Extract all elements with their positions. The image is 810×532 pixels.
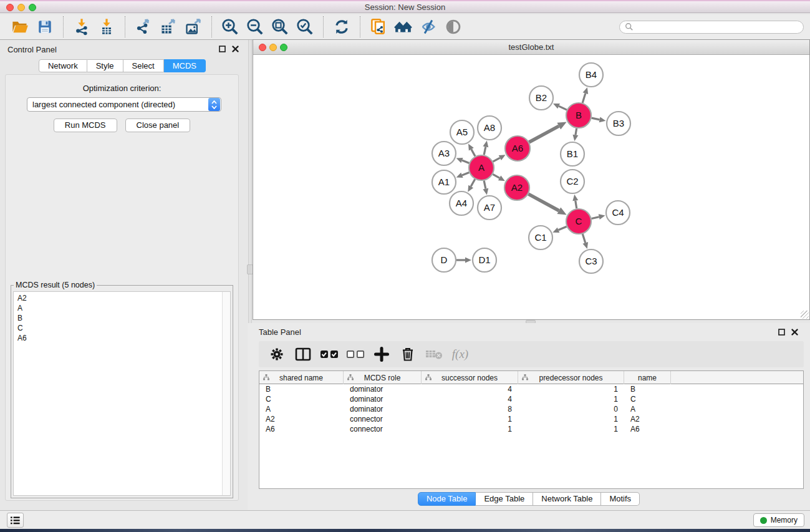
graph-edge-C-C1[interactable] (559, 226, 567, 230)
graph-node-C4[interactable]: C4 (606, 201, 630, 225)
table-cell[interactable]: dominator (344, 394, 422, 404)
graph-node-A6[interactable]: A6 (505, 136, 530, 161)
table-cell[interactable]: A2 (259, 414, 344, 424)
criterion-select[interactable]: largest connected component (directed) (27, 97, 221, 112)
graph-node-A2[interactable]: A2 (504, 175, 529, 200)
import-network-icon[interactable] (72, 17, 91, 37)
fit-content-icon[interactable] (271, 17, 289, 37)
tab-node-table[interactable]: Node Table (418, 492, 476, 506)
graph-edge-A-A1[interactable] (462, 173, 469, 175)
toggle-panel-layout-icon[interactable] (290, 343, 316, 365)
tab-mcds[interactable]: MCDS (164, 59, 206, 72)
table-cell[interactable]: B (259, 384, 344, 394)
graph-node-A8[interactable]: A8 (478, 116, 501, 140)
mcds-result-item[interactable]: A2 (17, 293, 222, 303)
graph-edge-A-A2[interactable] (493, 174, 499, 178)
graph-edge-A-A8[interactable] (484, 147, 486, 155)
column-header-shared-name[interactable]: shared name (259, 371, 344, 384)
table-cell[interactable]: A2 (624, 414, 671, 424)
close-panel-icon[interactable] (231, 45, 239, 53)
mcds-result-item[interactable]: A6 (17, 333, 222, 343)
mcds-result-item[interactable]: C (17, 323, 222, 333)
table-cell[interactable]: dominator (344, 404, 422, 414)
graph-edge-B-B1[interactable] (576, 128, 577, 135)
table-cell[interactable]: 1 (518, 424, 624, 434)
delete-columns-icon[interactable] (395, 343, 421, 365)
table-cell[interactable]: B (624, 384, 671, 394)
table-cell[interactable]: 1 (422, 424, 518, 434)
network-window-titlebar[interactable]: testGlobe.txt (253, 40, 809, 55)
first-neighbors-icon[interactable] (394, 17, 413, 37)
zoom-selected-icon[interactable] (296, 17, 314, 37)
tab-network-table[interactable]: Network Table (533, 492, 601, 506)
zoom-out-icon[interactable] (246, 17, 264, 37)
column-header-name[interactable]: name (624, 371, 671, 384)
import-table-icon[interactable] (97, 17, 116, 37)
unselect-all-columns-icon[interactable] (342, 343, 369, 365)
column-header-predecessor-nodes[interactable]: predecessor nodes (518, 371, 624, 384)
mcds-result-item[interactable]: B (17, 313, 222, 323)
table-cell[interactable]: 4 (422, 384, 518, 394)
delete-table-icon[interactable] (421, 343, 447, 365)
table-row[interactable]: Adominator80A (259, 404, 803, 414)
search-input[interactable] (637, 22, 798, 32)
graph-edge-A6-B[interactable] (529, 126, 559, 142)
save-session-icon[interactable] (36, 17, 54, 37)
show-graphics-details-icon[interactable] (444, 17, 463, 37)
tab-edge-table[interactable]: Edge Table (476, 492, 533, 506)
memory-button[interactable]: Memory (753, 513, 804, 527)
table-row[interactable]: A6connector11A6 (259, 424, 803, 434)
run-mcds-button[interactable]: Run MCDS (54, 118, 117, 132)
create-new-column-icon[interactable] (369, 343, 395, 365)
tab-select[interactable]: Select (123, 59, 164, 72)
open-session-icon[interactable] (11, 17, 29, 37)
tab-network[interactable]: Network (39, 59, 87, 72)
table-cell[interactable]: 0 (518, 404, 624, 414)
graph-node-B[interactable]: B (566, 103, 591, 128)
graph-node-A[interactable]: A (469, 155, 494, 180)
table-cell[interactable]: C (624, 394, 671, 404)
graph-node-B4[interactable]: B4 (579, 63, 603, 87)
graph-node-C1[interactable]: C1 (529, 226, 552, 249)
graph-edge-A-A6[interactable] (493, 158, 500, 162)
table-row[interactable]: Bdominator41B (259, 384, 803, 394)
network-canvas[interactable]: AA1A3A4A5A7A8A6A2BB1B2B3B4CC1C2C3C4DD1 (253, 55, 809, 319)
graph-edge-A-A4[interactable] (471, 179, 475, 186)
graph-node-B1[interactable]: B1 (561, 142, 584, 166)
table-cell[interactable]: 1 (518, 384, 624, 394)
table-cell[interactable]: A (259, 404, 344, 414)
graph-node-B2[interactable]: B2 (529, 86, 553, 110)
hide-graphics-details-icon[interactable] (419, 17, 438, 37)
show-task-history-button[interactable] (7, 513, 24, 528)
graph-node-B3[interactable]: B3 (607, 112, 630, 135)
close-table-panel-icon[interactable] (791, 328, 799, 336)
graph-edge-B-B4[interactable] (582, 94, 586, 103)
graph-node-D[interactable]: D (432, 248, 456, 272)
table-cell[interactable]: A6 (259, 424, 344, 434)
export-table-icon[interactable] (159, 17, 178, 37)
table-cell[interactable]: A6 (624, 424, 671, 434)
table-row[interactable]: Cdominator41C (259, 394, 803, 404)
table-row[interactable]: A2connector11A2 (259, 414, 803, 424)
table-cell[interactable]: 8 (422, 404, 518, 414)
graph-edge-B-B3[interactable] (592, 118, 600, 120)
graph-node-C[interactable]: C (566, 209, 591, 234)
graph-edge-A2-C[interactable] (528, 194, 559, 211)
mcds-result-list[interactable]: A2ABCA6 (14, 292, 222, 495)
column-header-successor-nodes[interactable]: successor nodes (422, 371, 518, 384)
graph-node-A5[interactable]: A5 (450, 120, 474, 144)
graph-node-A7[interactable]: A7 (478, 196, 501, 220)
table-cell[interactable]: connector (344, 414, 422, 424)
table-cell[interactable]: connector (344, 424, 422, 434)
search-box[interactable] (619, 21, 804, 34)
graph-edge-C-C3[interactable] (582, 234, 585, 243)
create-network-view-icon[interactable] (369, 17, 388, 37)
table-cell[interactable]: 1 (422, 414, 518, 424)
graph-node-D1[interactable]: D1 (473, 248, 496, 272)
graph-node-C3[interactable]: C3 (579, 249, 603, 273)
function-builder-icon[interactable]: f(x) (447, 343, 473, 365)
graph-node-A1[interactable]: A1 (432, 170, 456, 194)
mcds-list-scrollbar[interactable] (222, 292, 230, 495)
export-network-icon[interactable] (134, 17, 153, 37)
graph-edge-C-C4[interactable] (591, 217, 599, 219)
